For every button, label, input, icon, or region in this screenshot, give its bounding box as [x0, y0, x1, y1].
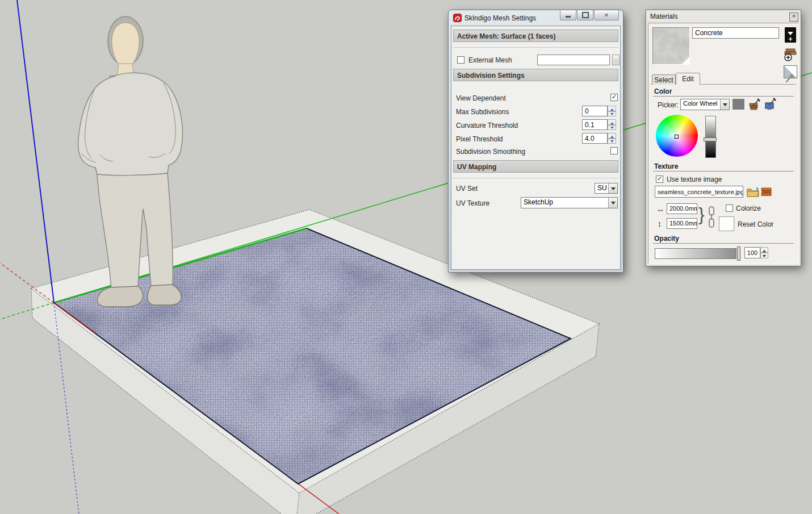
- maximize-icon: [582, 12, 589, 18]
- minimize-button[interactable]: [560, 10, 576, 20]
- browse-texture-folder-icon[interactable]: [746, 186, 760, 198]
- material-preview-thumbnail[interactable]: [652, 27, 690, 65]
- match-object-color-eyedropper-icon[interactable]: [748, 98, 762, 111]
- chevron-down-icon[interactable]: [720, 99, 729, 110]
- sample-paint-eyedropper-icon[interactable]: [785, 72, 796, 83]
- secondary-pane-icon[interactable]: +: [785, 27, 796, 43]
- view-dependent-label: View Dependent: [456, 94, 506, 102]
- value-slider[interactable]: [705, 116, 716, 158]
- skindigo-mesh-settings-dialog[interactable]: SkIndigo Mesh Settings ✕ Active Mesh: Su…: [448, 10, 623, 273]
- opacity-slider[interactable]: [655, 248, 736, 259]
- uv-mapping-header: UV Mapping: [453, 160, 618, 173]
- max-subdivisions-input[interactable]: 0: [582, 106, 608, 116]
- curvature-threshold-input[interactable]: 0.1: [582, 119, 608, 130]
- brace-glyph: }: [698, 204, 705, 225]
- view-dependent-checkbox[interactable]: [610, 94, 618, 101]
- pixel-threshold-label: Pixel Threshold: [456, 135, 503, 143]
- uv-texture-dropdown[interactable]: SketchUp: [521, 197, 618, 208]
- tab-edit[interactable]: Edit: [676, 73, 700, 85]
- dialog-title: SkIndigo Mesh Settings: [464, 14, 536, 22]
- use-texture-label: Use texture image: [667, 175, 722, 183]
- uv-texture-label: UV Texture: [456, 199, 489, 207]
- minimize-icon: [566, 16, 571, 18]
- divider: [653, 171, 794, 172]
- uv-set-label: UV Set: [456, 185, 478, 193]
- caption-buttons: ✕: [559, 10, 619, 20]
- external-mesh-path-input[interactable]: [537, 55, 610, 65]
- texture-height-icon: ↕: [658, 219, 662, 228]
- close-button[interactable]: ✕: [594, 10, 619, 20]
- in-model-corner-icon: [682, 57, 689, 64]
- figure-face: [112, 23, 139, 69]
- divider: [453, 43, 618, 48]
- create-material-icon[interactable]: [784, 47, 797, 62]
- picker-value: Color Wheel: [681, 99, 720, 110]
- color-wheel-selector[interactable]: [675, 135, 679, 139]
- maximize-button[interactable]: [577, 10, 593, 20]
- subdivision-smoothing-checkbox[interactable]: [610, 147, 618, 154]
- active-mesh-header: Active Mesh: Surface (1 faces): [453, 30, 618, 42]
- divider: [453, 173, 618, 178]
- uv-set-value: SU: [595, 183, 608, 193]
- edit-texture-image-icon[interactable]: [761, 187, 772, 197]
- browse-button[interactable]: ..: [612, 55, 620, 65]
- dialog-body: Active Mesh: Surface (1 faces) External …: [451, 26, 621, 270]
- uv-texture-value: SketchUp: [521, 198, 608, 208]
- skindigo-app-icon: [453, 14, 462, 22]
- person-figure[interactable]: [78, 16, 183, 307]
- lock-aspect-chain-icon[interactable]: [708, 205, 715, 230]
- curvature-threshold-label: Curvature Threshold: [456, 122, 518, 129]
- curvature-threshold-spinner[interactable]: [608, 119, 616, 130]
- picker-label: Picker:: [658, 101, 679, 109]
- match-screen-color-eyedropper-icon[interactable]: [764, 98, 777, 111]
- use-texture-checkbox[interactable]: [656, 175, 663, 183]
- tab-select[interactable]: Select: [652, 74, 676, 85]
- reset-color-label: Reset Color: [738, 220, 773, 228]
- figure-sweater: [78, 73, 183, 175]
- value-slider-handle[interactable]: [704, 137, 717, 141]
- colorize-label: Colorize: [736, 204, 761, 212]
- divider: [653, 96, 794, 97]
- close-icon: ✕: [604, 12, 609, 18]
- texture-width-input[interactable]: 2000.0mm: [667, 203, 697, 214]
- materials-panel[interactable]: Materials ✕ Concrete +: [646, 10, 801, 266]
- materials-close-button[interactable]: ✕: [789, 12, 798, 22]
- axis-blue: [17, 0, 54, 303]
- chevron-down-icon[interactable]: [608, 183, 617, 193]
- materials-title: Materials: [650, 12, 678, 20]
- pixel-threshold-spinner[interactable]: [608, 133, 616, 144]
- color-section-header: Color: [654, 87, 672, 95]
- texture-section-header: Texture: [654, 162, 678, 170]
- max-subdivisions-label: Max Subdivisions: [456, 108, 509, 116]
- opacity-section-header: Opacity: [654, 235, 679, 243]
- picker-dropdown[interactable]: Color Wheel: [680, 99, 730, 110]
- figure-shoe-right: [148, 285, 181, 305]
- opacity-spinner[interactable]: [760, 247, 768, 258]
- subdivision-settings-header: Subdivision Settings: [453, 69, 618, 81]
- texture-filename-input[interactable]: seamless_concrete_texture.jpg: [655, 186, 743, 198]
- external-mesh-label: External Mesh: [468, 56, 512, 64]
- plus-icon: +: [785, 36, 796, 43]
- materials-title-bar[interactable]: Materials: [646, 10, 801, 23]
- reset-color-swatch[interactable]: [719, 216, 734, 231]
- material-name-input[interactable]: Concrete: [692, 27, 779, 39]
- pixel-threshold-input[interactable]: 4.0: [582, 133, 608, 144]
- chevron-down-icon[interactable]: [608, 198, 617, 208]
- sketchup-app: { "viewport": { "background": "#cbcbc7",…: [0, 0, 812, 514]
- opacity-slider-handle[interactable]: [737, 246, 740, 261]
- subdivision-smoothing-label: Subdivision Smoothing: [456, 148, 525, 156]
- materials-body: Concrete + Select Edit Color: [648, 23, 799, 264]
- texture-width-icon: ↔: [656, 204, 664, 214]
- colorize-checkbox[interactable]: [726, 204, 733, 212]
- external-mesh-checkbox[interactable]: [457, 56, 464, 64]
- max-subdivisions-spinner[interactable]: [608, 106, 616, 116]
- divider: [653, 243, 794, 244]
- uv-set-dropdown[interactable]: SU: [595, 183, 618, 194]
- current-color-swatch: [733, 99, 745, 110]
- texture-height-input[interactable]: 1500.0mm: [667, 218, 697, 229]
- opacity-value-input[interactable]: 100: [744, 247, 760, 258]
- close-icon: ✕: [792, 14, 796, 19]
